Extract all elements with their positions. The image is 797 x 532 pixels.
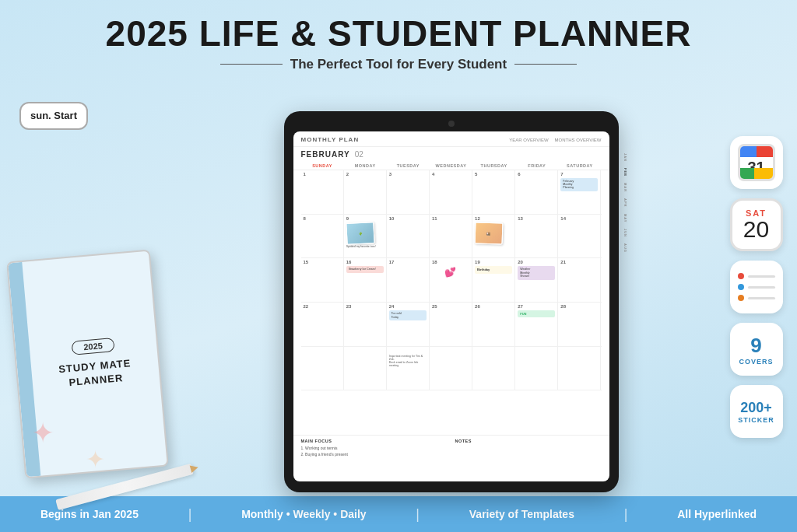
calendar-month-name: FEBRUARY bbox=[301, 150, 350, 159]
cell-5-2 bbox=[344, 347, 387, 390]
banner-item-2: Monthly • Weekly • Daily bbox=[241, 508, 366, 520]
tab-may[interactable]: MAY bbox=[619, 211, 628, 226]
gcal-top-right bbox=[757, 146, 773, 157]
reminder-line-1 bbox=[738, 273, 775, 279]
calendar-header: MONTHLY PLAN YEAR OVERVIEW MONTHS OVERVI… bbox=[293, 131, 609, 147]
tab-apr[interactable]: APR bbox=[619, 195, 628, 210]
focus-item-1: 1. Working out tennis bbox=[301, 446, 448, 450]
banner-divider-2: | bbox=[416, 506, 420, 523]
gcal-top bbox=[740, 146, 773, 157]
calendar-month-num: 02 bbox=[355, 150, 363, 159]
covers-label: COVERS bbox=[739, 358, 773, 366]
banner-divider-3: | bbox=[624, 506, 628, 523]
tab-aug[interactable]: AUG bbox=[619, 240, 628, 256]
banner-divider-1: | bbox=[188, 506, 192, 523]
cell-5-5 bbox=[472, 347, 515, 390]
day-saturday: SATURDAY bbox=[558, 162, 601, 170]
tablet-bottom: MAIN FOCUS 1. Working out tennis 2. Buyi… bbox=[293, 435, 609, 461]
cell-4-4: 25 bbox=[430, 303, 472, 346]
reminder-text-1 bbox=[748, 275, 775, 278]
cell-1-6: 6 bbox=[515, 170, 558, 214]
sat-badge: SAT 20 bbox=[730, 198, 783, 251]
tab-feb[interactable]: FEB bbox=[619, 165, 628, 180]
cell-5-7 bbox=[558, 347, 601, 390]
cell-3-6: 20 WeatherMonthlyShower bbox=[515, 258, 558, 302]
bottom-banner: Begins in Jan 2025 | Monthly • Weekly • … bbox=[0, 496, 797, 532]
cell-5-1 bbox=[301, 347, 344, 390]
cell-3-3: 17 bbox=[387, 258, 430, 302]
month-tabs: JAN FEB MAR APR MAY JUN AUG bbox=[619, 150, 628, 256]
calendar-month-row: FEBRUARY 02 bbox=[293, 147, 609, 162]
tab-jun[interactable]: JUN bbox=[619, 226, 628, 240]
focus-label: MAIN FOCUS bbox=[301, 439, 448, 443]
reminder-line-2 bbox=[738, 284, 775, 290]
cell-3-1: 15 bbox=[301, 258, 344, 302]
day-monday: MONDAY bbox=[344, 162, 387, 170]
sun-start-line2: Start bbox=[54, 110, 77, 121]
sticker-number: 200+ bbox=[740, 400, 772, 416]
cell-5-4 bbox=[430, 347, 472, 390]
cell-2-2: 9 🌵 Spotted my favorite tree! bbox=[344, 215, 387, 258]
sun-start-line1: sun. bbox=[30, 110, 51, 121]
cell-4-6: 27 FUN bbox=[515, 303, 558, 346]
cell-4-3: 24 Too coldToday bbox=[387, 303, 430, 346]
covers-card: 9 COVERS bbox=[730, 323, 783, 376]
calendar-week-3: 15 16 Strawberry Ice Cream! 17 18 💕 bbox=[301, 258, 602, 303]
tablet-device: MONTHLY PLAN YEAR OVERVIEW MONTHS OVERVI… bbox=[284, 111, 619, 492]
calendar-week-1: 1 2 3 4 5 6 7 FebruaryMonthlyPlanning bbox=[301, 170, 602, 215]
page-title: 2025 LIFE & STUDENT PLANNER bbox=[16, 14, 781, 54]
cell-1-7: 7 FebruaryMonthlyPlanning bbox=[558, 170, 601, 214]
day-wednesday: WEDNESDAY bbox=[430, 162, 472, 170]
reminder-text-2 bbox=[748, 286, 775, 289]
cell-2-1: 8 bbox=[301, 215, 344, 258]
cell-2-6: 13 bbox=[515, 215, 558, 258]
cell-2-4: 11 bbox=[430, 215, 472, 258]
cell-4-5: 26 bbox=[472, 303, 515, 346]
gcal-bottom-right bbox=[754, 168, 773, 179]
sticker-label: STICKER bbox=[738, 416, 774, 424]
cell-3-5: 19 Birthday bbox=[472, 258, 515, 302]
day-tuesday: TUESDAY bbox=[387, 162, 430, 170]
focus-item-2: 2. Buying a friend's present bbox=[301, 452, 448, 457]
calendar-body: 1 2 3 4 5 6 7 FebruaryMonthlyPlanning bbox=[293, 170, 609, 435]
right-sidebar: 31 SAT 20 bbox=[723, 79, 789, 496]
banner-item-4: All Hyperlinked bbox=[677, 508, 757, 520]
gcal-card: 31 bbox=[730, 136, 783, 189]
nav-year[interactable]: YEAR OVERVIEW bbox=[509, 138, 548, 142]
main-container: 2025 LIFE & STUDENT PLANNER The Perfect … bbox=[0, 0, 797, 532]
tab-mar[interactable]: MAR bbox=[619, 180, 628, 195]
cell-1-3: 3 bbox=[387, 170, 430, 214]
focus-section: MAIN FOCUS 1. Working out tennis 2. Buyi… bbox=[301, 439, 448, 458]
notebook-year: 2025 bbox=[72, 338, 115, 355]
day-friday: FRIDAY bbox=[515, 162, 558, 170]
star-decoration-2: ✦ bbox=[86, 446, 105, 473]
notes-label: NOTES bbox=[455, 439, 602, 443]
tab-jan[interactable]: JAN bbox=[619, 150, 628, 165]
dot-blue bbox=[738, 284, 744, 290]
dot-red bbox=[738, 273, 744, 279]
cell-3-7: 21 bbox=[558, 258, 601, 302]
sat-number: 20 bbox=[743, 218, 769, 241]
gcal-top-left bbox=[740, 146, 757, 157]
page-subtitle: The Perfect Tool for Every Student bbox=[16, 57, 781, 72]
calendar-nav: YEAR OVERVIEW MONTHS OVERVIEW bbox=[509, 138, 601, 142]
day-sunday: SUNDAY bbox=[301, 162, 344, 170]
header: 2025 LIFE & STUDENT PLANNER The Perfect … bbox=[0, 0, 797, 79]
covers-number: 9 bbox=[750, 334, 761, 358]
notes-section: NOTES bbox=[455, 439, 602, 458]
cell-1-1: 1 bbox=[301, 170, 344, 214]
left-device: sun. Start 2025 STUDY MATE PLANNER ✦ ✦ bbox=[8, 79, 179, 496]
tablet-camera bbox=[448, 121, 455, 127]
cell-2-7: 14 bbox=[558, 215, 601, 258]
gcal-icon: 31 bbox=[738, 144, 775, 181]
content-area: sun. Start 2025 STUDY MATE PLANNER ✦ ✦ bbox=[0, 79, 797, 496]
cell-4-7: 28 bbox=[558, 303, 601, 346]
reminder-line-3 bbox=[738, 295, 775, 301]
star-decoration-1: ✦ bbox=[31, 417, 54, 450]
cell-1-2: 2 bbox=[344, 170, 387, 214]
cell-3-2: 16 Strawberry Ice Cream! bbox=[344, 258, 387, 302]
nav-months[interactable]: MONTHS OVERVIEW bbox=[555, 138, 602, 142]
cell-4-2: 23 bbox=[344, 303, 387, 346]
cell-2-3: 10 bbox=[387, 215, 430, 258]
notebook-title: STUDY MATE PLANNER bbox=[58, 356, 133, 390]
